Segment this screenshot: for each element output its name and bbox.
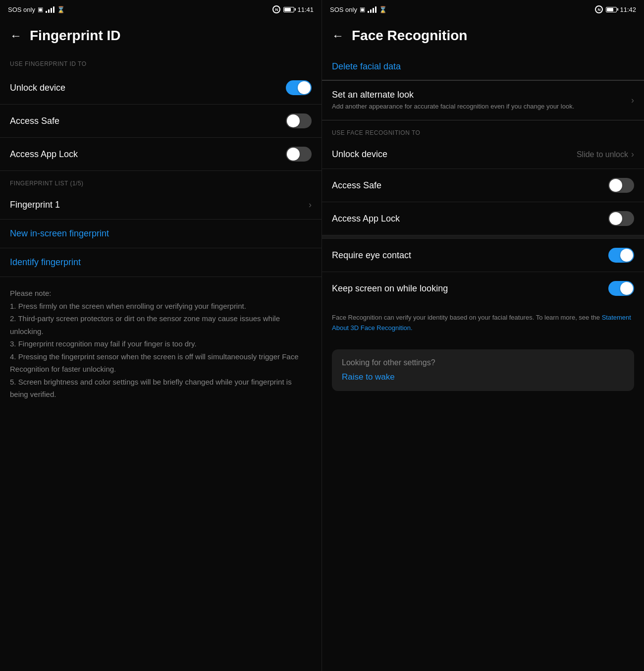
unlock-device-toggle[interactable] bbox=[286, 80, 312, 95]
status-right-left: N 11:41 bbox=[272, 5, 314, 13]
note-1: 1. Press firmly on the screen when enrol… bbox=[10, 300, 312, 313]
delete-facial-link[interactable]: Delete facial data bbox=[322, 52, 644, 80]
access-safe-face-row[interactable]: Access Safe bbox=[322, 169, 644, 202]
content-right: Delete facial data Set an alternate look… bbox=[322, 52, 644, 671]
wifi-left bbox=[46, 6, 54, 13]
header-right: ← Face Recognition bbox=[322, 19, 644, 52]
keep-screen-on-row[interactable]: Keep screen on while looking bbox=[322, 272, 644, 305]
access-app-lock-face-row[interactable]: Access App Lock bbox=[322, 202, 644, 235]
time-left: 11:41 bbox=[297, 6, 314, 13]
alternate-look-title: Set an alternate look bbox=[332, 90, 574, 100]
unlock-chevron: › bbox=[631, 149, 634, 160]
wifi-right bbox=[368, 6, 376, 13]
fingerprint-screen: SOS only ▣ ⌛ N 11:41 ← Fingerprint ID US… bbox=[0, 0, 322, 671]
notes-section: Please note: 1. Press firmly on the scre… bbox=[0, 277, 322, 411]
header-left: ← Fingerprint ID bbox=[0, 19, 322, 52]
status-bar-right: SOS only ▣ ⌛ N 11:42 bbox=[322, 0, 644, 19]
raise-to-wake-link[interactable]: Raise to wake bbox=[342, 372, 624, 382]
unlock-device-title: Unlock device bbox=[10, 83, 65, 93]
other-settings-title: Looking for other settings? bbox=[342, 358, 624, 367]
note-2: 2. Third-party screen protectors or dirt… bbox=[10, 312, 312, 337]
info-text-content: Face Recognition can verify your identit… bbox=[332, 314, 602, 321]
access-app-lock-face-title: Access App Lock bbox=[332, 214, 400, 224]
identify-fingerprint-divider: Identify fingerprint bbox=[0, 248, 322, 277]
note-5: 5. Screen brightness and color settings … bbox=[10, 376, 312, 401]
sos-label-right: SOS only bbox=[330, 6, 357, 13]
unlock-device-row[interactable]: Unlock device bbox=[0, 71, 322, 105]
delete-divider: Delete facial data bbox=[322, 52, 644, 80]
sos-label-left: SOS only bbox=[8, 6, 35, 13]
hourglass-right: ⌛ bbox=[379, 6, 387, 13]
sim-icon-left: ▣ bbox=[38, 6, 43, 13]
fingerprint-1-chevron: › bbox=[309, 200, 312, 210]
battery-right bbox=[606, 7, 617, 12]
require-eye-contact-title: Require eye contact bbox=[332, 250, 411, 261]
slide-to-unlock-text: Slide to unlock bbox=[577, 150, 628, 159]
notes-title: Please note: bbox=[10, 287, 312, 300]
fingerprint-list-label: FINGERPRINT LIST (1/5) bbox=[0, 171, 322, 191]
fingerprint-1-title: Fingerprint 1 bbox=[10, 200, 60, 210]
use-face-label: USE FACE RECOGNITION TO bbox=[322, 120, 644, 140]
note-3: 3. Fingerprint recognition may fail if y… bbox=[10, 337, 312, 350]
other-settings-box: Looking for other settings? Raise to wak… bbox=[332, 349, 634, 391]
content-left: USE FINGERPRINT ID TO Unlock device Acce… bbox=[0, 52, 322, 671]
new-fingerprint-link[interactable]: New in-screen fingerprint bbox=[0, 220, 322, 248]
access-app-lock-toggle-left[interactable] bbox=[286, 147, 312, 162]
status-right-right: N 11:42 bbox=[595, 5, 636, 13]
time-right: 11:42 bbox=[620, 6, 636, 13]
fingerprint-1-item[interactable]: Fingerprint 1 › bbox=[0, 191, 322, 220]
face-recognition-screen: SOS only ▣ ⌛ N 11:42 ← Face Recognition … bbox=[322, 0, 644, 671]
page-title-right: Face Recognition bbox=[352, 28, 467, 44]
require-eye-contact-toggle[interactable] bbox=[608, 248, 634, 263]
hourglass-left: ⌛ bbox=[57, 6, 65, 13]
back-button-left[interactable]: ← bbox=[10, 30, 22, 42]
alternate-look-text: Set an alternate look Add another appear… bbox=[332, 90, 574, 111]
access-safe-toggle-left[interactable] bbox=[286, 113, 312, 128]
nfc-icon-left: N bbox=[272, 5, 280, 13]
access-safe-row-left[interactable]: Access Safe bbox=[0, 105, 322, 138]
status-left-right: SOS only ▣ ⌛ bbox=[330, 6, 387, 13]
page-title-left: Fingerprint ID bbox=[30, 28, 121, 44]
keep-screen-on-toggle[interactable] bbox=[608, 281, 634, 296]
status-left-left: SOS only ▣ ⌛ bbox=[8, 6, 65, 13]
access-safe-face-toggle[interactable] bbox=[608, 178, 634, 193]
nfc-icon-right: N bbox=[595, 5, 603, 13]
use-fingerprint-label: USE FINGERPRINT ID TO bbox=[0, 52, 322, 71]
access-app-lock-face-toggle[interactable] bbox=[608, 211, 634, 226]
new-fingerprint-divider: New in-screen fingerprint bbox=[0, 220, 322, 248]
access-app-lock-row-left[interactable]: Access App Lock bbox=[0, 138, 322, 171]
status-bar-left: SOS only ▣ ⌛ N 11:41 bbox=[0, 0, 322, 19]
unlock-device-face-value: Slide to unlock › bbox=[577, 149, 634, 160]
alternate-look-chevron: › bbox=[631, 95, 634, 106]
keep-screen-on-title: Keep screen on while looking bbox=[332, 283, 448, 294]
unlock-device-face-row[interactable]: Unlock device Slide to unlock › bbox=[322, 140, 644, 169]
battery-left bbox=[283, 7, 294, 12]
note-4: 4. Pressing the fingerprint sensor when … bbox=[10, 350, 312, 376]
info-text-section: Face Recognition can verify your identit… bbox=[322, 305, 644, 341]
access-safe-face-title: Access Safe bbox=[332, 180, 381, 191]
alternate-look-row[interactable]: Set an alternate look Add another appear… bbox=[322, 80, 644, 120]
require-eye-contact-row[interactable]: Require eye contact bbox=[322, 239, 644, 272]
alternate-look-subtitle: Add another appearance for accurate faci… bbox=[332, 102, 574, 111]
divider-thick bbox=[322, 235, 644, 239]
access-safe-title-left: Access Safe bbox=[10, 116, 59, 126]
sim-icon-right: ▣ bbox=[360, 6, 365, 13]
access-app-lock-title-left: Access App Lock bbox=[10, 149, 78, 160]
unlock-device-face-title: Unlock device bbox=[332, 149, 387, 160]
back-button-right[interactable]: ← bbox=[332, 30, 344, 42]
identify-fingerprint-link[interactable]: Identify fingerprint bbox=[0, 248, 322, 277]
